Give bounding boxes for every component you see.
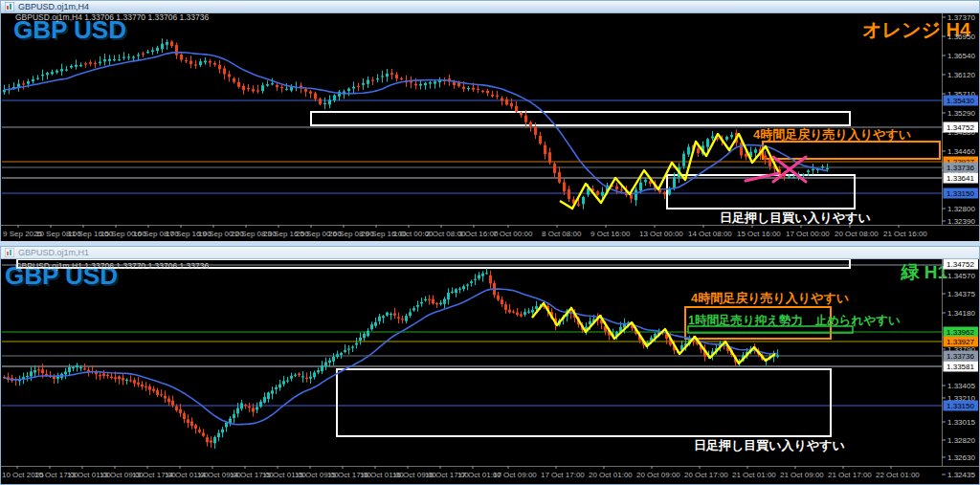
time-axis[interactable]: [1, 467, 979, 481]
h1-window-titlebar[interactable]: GBPUSD.oj1m,H1: [1, 247, 979, 259]
chart-plot-area[interactable]: [2, 13, 942, 225]
chart-window-icon: [5, 248, 14, 257]
price-axis[interactable]: [943, 259, 978, 466]
time-axis[interactable]: [1, 226, 979, 240]
price-axis[interactable]: [943, 13, 978, 225]
h1-chart-canvas[interactable]: GBP USDGBP USD4時間足戻り売り入りやすい1時間足売り抑え勢力 止め…: [1, 259, 979, 484]
mt4-workspace: { "top_window": { "title": "GBPUSD.oj1m,…: [0, 0, 980, 485]
h4-chart-canvas[interactable]: GBP USDGBP USD4時間足戻り売り入りやすい日足押し目買い入りやすいG…: [1, 13, 979, 241]
chart-window-icon: [5, 2, 14, 11]
chart-window-h4: GBPUSD.oj1m,H4 GBP USDGBP USD4時間足戻り売り入りや…: [0, 0, 980, 241]
chart-window-h1: GBPUSD.oj1m,H1 GBP USDGBP USD4時間足戻り売り入りや…: [0, 246, 980, 485]
window-title: GBPUSD.oj1m,H4: [18, 2, 89, 11]
window-title: GBPUSD.oj1m,H1: [18, 248, 89, 257]
h4-window-titlebar[interactable]: GBPUSD.oj1m,H4: [1, 1, 979, 13]
chart-plot-area[interactable]: [2, 259, 942, 466]
